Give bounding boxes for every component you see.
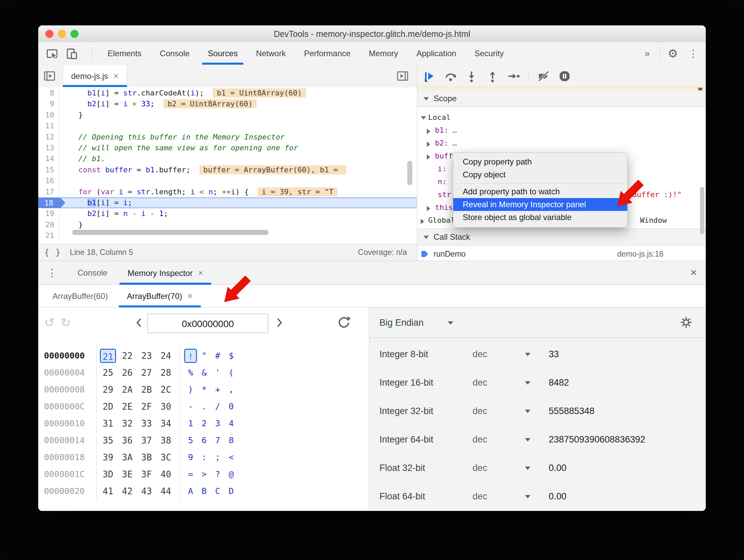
value-format-select[interactable]: dec: [473, 482, 487, 511]
value-format-select[interactable]: dec: [473, 454, 487, 482]
hex-byte-cell[interactable]: 3C: [158, 450, 174, 465]
ascii-cell[interactable]: (: [225, 366, 238, 380]
chevron-down-icon[interactable]: [525, 467, 530, 470]
ascii-cell[interactable]: $: [225, 349, 238, 363]
hex-byte-cell[interactable]: 35: [100, 433, 116, 448]
ascii-cell[interactable]: ': [211, 366, 224, 380]
ascii-cell[interactable]: 9: [184, 450, 197, 465]
hex-byte-cell[interactable]: 43: [138, 484, 155, 498]
hex-byte-cell[interactable]: 26: [119, 366, 135, 380]
kebab-menu-icon[interactable]: ⋮: [685, 48, 701, 60]
ascii-cell[interactable]: #: [211, 349, 224, 363]
ascii-cell[interactable]: :: [198, 450, 211, 465]
line-number-gutter[interactable]: 19: [38, 208, 59, 219]
file-tab-demo-js[interactable]: demo-js.js×: [63, 65, 127, 87]
hex-byte-cell[interactable]: 31: [100, 416, 116, 431]
ascii-cell[interactable]: ?: [211, 467, 224, 481]
step-into-icon[interactable]: [465, 70, 478, 82]
line-number-gutter[interactable]: 15: [38, 165, 59, 175]
code-line[interactable]: 20 }: [38, 219, 417, 230]
drawer-tab-memory-inspector[interactable]: Memory Inspector×: [117, 261, 213, 285]
device-toolbar-icon[interactable]: [65, 47, 79, 61]
hex-byte-cell[interactable]: 37: [138, 433, 155, 448]
hex-byte-cell[interactable]: 21: [100, 349, 116, 363]
code-line[interactable]: 19 b2[i] = n - i - 1;: [38, 208, 417, 219]
show-navigator-icon[interactable]: [43, 69, 57, 83]
buffer-tab-arraybuffer-70-[interactable]: ArrayBuffer(70)×: [117, 285, 202, 307]
value-format-select[interactable]: dec: [473, 425, 487, 454]
chevron-right-icon[interactable]: [427, 154, 430, 160]
ascii-cell[interactable]: ,: [225, 383, 238, 397]
ascii-cell[interactable]: 0: [225, 400, 238, 414]
hex-byte-cell[interactable]: 36: [119, 433, 135, 448]
ascii-cell[interactable]: 3: [211, 416, 224, 431]
file-tab-close-icon[interactable]: ×: [113, 71, 118, 81]
drawer-kebab-menu-icon[interactable]: ⋮: [47, 267, 57, 279]
editor-vertical-scrollbar[interactable]: [407, 161, 412, 185]
hex-byte-cell[interactable]: 29: [100, 383, 116, 397]
ascii-cell[interactable]: 1: [184, 416, 197, 431]
hex-byte-cell[interactable]: 3B: [138, 450, 155, 465]
ascii-cell[interactable]: ;: [211, 450, 224, 465]
ascii-cell[interactable]: 2: [198, 416, 211, 431]
hex-byte-cell[interactable]: 3F: [138, 467, 155, 481]
ascii-cell[interactable]: 4: [225, 416, 238, 431]
value-settings-gear-icon[interactable]: [679, 316, 693, 329]
tab-sources[interactable]: Sources: [199, 42, 247, 65]
chevron-right-icon[interactable]: [427, 142, 430, 147]
hex-byte-cell[interactable]: 3D: [100, 467, 116, 481]
redo-icon[interactable]: ↻: [61, 316, 71, 330]
code-line[interactable]: 8 b1[i] = str.charCodeAt(i);b1 = Uint8Ar…: [38, 88, 417, 99]
hex-byte-cell[interactable]: 38: [158, 433, 174, 448]
line-number-gutter[interactable]: 18: [38, 197, 59, 208]
line-number-gutter[interactable]: 10: [38, 110, 59, 121]
scope-section-header[interactable]: Scope: [417, 90, 706, 107]
pretty-print-icon[interactable]: { }: [44, 248, 61, 257]
chevron-down-icon[interactable]: [421, 116, 426, 120]
ascii-cell[interactable]: >: [198, 467, 211, 481]
hex-byte-cell[interactable]: 41: [100, 484, 116, 498]
sidebar-scrollbar[interactable]: [700, 187, 704, 234]
hex-byte-cell[interactable]: 3E: [119, 467, 135, 481]
drawer-tab-console[interactable]: Console: [67, 261, 117, 285]
refresh-icon[interactable]: [336, 315, 352, 330]
settings-gear-icon[interactable]: ⚙: [668, 47, 678, 60]
ascii-cell[interactable]: !: [184, 349, 197, 363]
hex-byte-cell[interactable]: 2E: [119, 400, 135, 414]
value-format-select[interactable]: dec: [473, 340, 487, 368]
menu-item-copy-object[interactable]: Copy object: [453, 168, 627, 181]
ascii-cell[interactable]: ): [184, 383, 197, 397]
chevron-right-icon[interactable]: [421, 219, 424, 224]
ascii-cell[interactable]: 8: [225, 433, 238, 448]
line-number-gutter[interactable]: 11: [38, 121, 59, 131]
buffer-tab-close-icon[interactable]: ×: [188, 291, 193, 301]
line-number-gutter[interactable]: 16: [38, 175, 59, 186]
resume-script-icon[interactable]: [423, 70, 436, 82]
call-stack-frame[interactable]: runDemo demo-js.js:18: [417, 247, 706, 261]
hex-byte-cell[interactable]: 40: [158, 467, 174, 481]
hex-byte-cell[interactable]: 42: [119, 484, 135, 498]
ascii-cell[interactable]: 5: [184, 433, 197, 448]
hex-byte-cell[interactable]: 33: [138, 416, 155, 431]
hex-byte-cell[interactable]: 27: [138, 366, 155, 380]
inspect-element-icon[interactable]: [46, 47, 59, 61]
menu-item-reveal-in-memory-inspector-panel[interactable]: Reveal in Memory Inspector panel: [453, 198, 627, 211]
ascii-cell[interactable]: =: [184, 467, 197, 481]
ascii-cell[interactable]: @: [225, 467, 238, 481]
tab-memory[interactable]: Memory: [360, 42, 408, 65]
hex-byte-cell[interactable]: 34: [158, 416, 174, 431]
chevron-down-icon[interactable]: [525, 495, 530, 498]
line-number-gutter[interactable]: 20: [38, 219, 59, 230]
address-input[interactable]: 0x00000000: [147, 314, 268, 333]
more-tabs-button[interactable]: »: [642, 48, 652, 59]
ascii-cell[interactable]: &: [198, 366, 211, 380]
hex-byte-cell[interactable]: 44: [158, 484, 174, 498]
tab-performance[interactable]: Performance: [295, 42, 359, 65]
hex-byte-cell[interactable]: 39: [100, 450, 116, 465]
next-page-icon[interactable]: [275, 318, 284, 328]
chevron-down-icon[interactable]: [525, 353, 530, 356]
hex-byte-cell[interactable]: 23: [138, 349, 155, 363]
hex-byte-cell[interactable]: 22: [119, 349, 135, 363]
line-number-gutter[interactable]: 14: [38, 153, 59, 164]
hex-byte-cell[interactable]: 30: [158, 400, 174, 414]
